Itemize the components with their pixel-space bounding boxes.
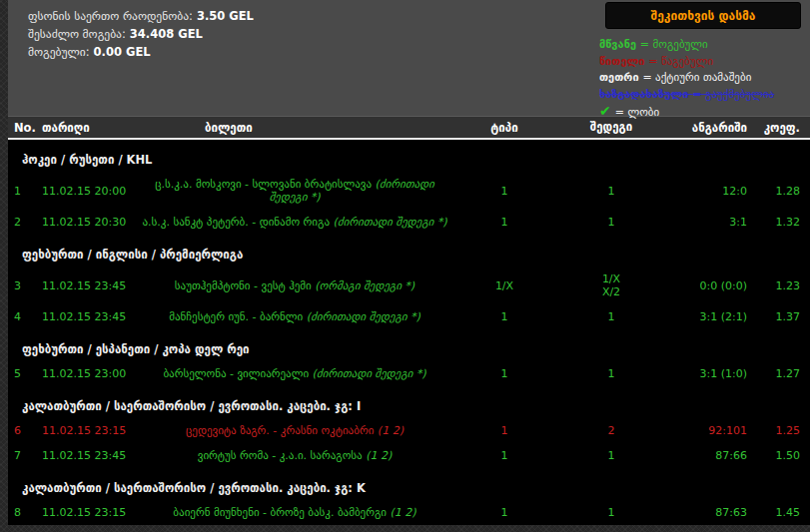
cell-date: 11.02.15 23:45 [42,310,140,323]
cell-row-number: 4 [8,310,42,323]
cell-ticket: ბარსელონა - ვილიარეალი (ძირითადი შედეგი … [140,367,449,380]
col-header-score: ანგარიში [663,121,755,135]
cell-date: 11.02.15 23:15 [42,506,140,519]
cell-coefficient: 1.23 [755,279,810,292]
cell-coefficient: 1.45 [755,506,810,519]
result-line: X/2 [559,285,663,298]
legend: მწვანე = მოგებულიწითელი = წაგებულითეთრი … [597,37,809,122]
cell-coefficient: 1.25 [755,424,810,437]
ticket-match: ც.ს.კ.ა. მოსკოვი - სლოვანი ბრატისლავა [155,178,375,191]
section-title: ჰოკეი / რუსეთი / KHL [8,140,810,172]
cell-type: 1 [449,506,559,519]
cell-row-number: 2 [8,216,42,229]
legend-description: = გაუქმებულია [692,88,774,101]
ticket-bet-note: (ძირითადი შედეგი *) [313,367,426,380]
cell-row-number: 7 [8,449,42,462]
legend-description: = მოგებული [640,38,708,51]
cell-date: 11.02.15 23:45 [42,279,140,292]
ticket-match: ბაიერნ მიუნხენი - ბროზე ბასკ. ბამბერგი [173,506,390,519]
total-stake-value: 3.50 GEL [197,9,254,23]
cell-type: 1 [449,367,559,380]
col-header-coef: კოეფ. [755,121,810,135]
cell-coefficient: 1.27 [755,367,810,380]
legend-term: ხაზგადახაზული [599,88,692,101]
section-title: ფეხბურთი / ინგლისი / პრემიერლიგა [8,235,810,266]
legend-description: = წაგებული [648,55,713,68]
summary-header: ფსონის საერთო რაოდენობა:3.50 GEL შესაძლო… [8,0,810,117]
legend-term: მწვანე [599,38,640,51]
ticket-match: ბარსელონა - ვილიარეალი [163,367,312,380]
check-icon: ✔ [599,103,611,119]
cell-ticket: მანჩესტერ იუნ. - ბარნლი (ძირითადი შედეგი… [140,310,449,323]
cell-date: 11.02.15 20:30 [42,216,140,229]
col-header-date: თარიღი [42,121,140,135]
col-header-no: No. [8,121,42,135]
ticket-bet-note: (ორმაგი შედეგი *) [315,279,414,292]
section-title: ფეხბურთი / ესპანეთი / კოპა დელ რეი [8,329,810,361]
cell-score: 3:1 (2:1) [663,310,755,323]
cell-type: 1 [449,449,559,462]
bets-table: No. თარიღი ბილეთი ტიპი შედეგი ანგარიში კ… [8,117,810,525]
bet-row: 211.02.15 20:30ა.ს.კ. სანკტ პეტერბ. - დი… [8,210,810,235]
cell-ticket: ა.ს.კ. სანკტ პეტერბ. - დინამო რიგა (ძირი… [140,216,449,229]
cell-score: 0:0 (0:0) [663,279,755,292]
ticket-match: ცედევიტა ზაგრ. - კრასნი ოკტიაბრი [186,424,378,437]
cell-coefficient: 1.28 [755,185,810,198]
table-body: ჰოკეი / რუსეთი / KHL111.02.15 20:00ც.ს.კ… [8,140,810,525]
cell-ticket: ცედევიტა ზაგრ. - კრასნი ოკტიაბრი (1 2) [140,424,449,437]
bet-row: 111.02.15 20:00ც.ს.კ.ა. მოსკოვი - სლოვან… [8,172,810,210]
legend-term: თეთრი [599,71,642,84]
cell-row-number: 5 [8,367,42,380]
cell-result: 1 [559,367,663,380]
cell-type: 1/X [449,279,559,292]
ticket-bet-note: (ძირითადი შედეგი *) [307,310,420,323]
cell-date: 11.02.15 20:00 [42,185,140,198]
legend-item: ✔= ლობი [599,103,809,122]
won-amount-label: მოგებული: [28,45,90,59]
cell-row-number: 6 [8,424,42,437]
cell-row-number: 8 [8,506,42,519]
bet-row: 311.02.15 23:45საუთჰემპტონი - ვესტ ჰემი … [8,266,810,304]
cell-result: 1 [559,449,663,462]
bet-row: 411.02.15 23:45მანჩესტერ იუნ. - ბარნლი (… [8,304,810,329]
cell-result: 1 [559,185,663,198]
legend-item: ხაზგადახაზული = გაუქმებულია [599,87,809,104]
won-amount-value: 0.00 GEL [94,45,151,59]
result-line: 1/X [559,272,663,285]
ticket-bet-note: (1 2) [391,506,416,519]
legend-item: წითელი = წაგებული [599,54,809,71]
legend-panel: შეკითხვის დასმა მწვანე = მოგებულიწითელი … [597,0,809,122]
cell-row-number: 1 [8,185,42,198]
cell-ticket: ვირტუს რომა - კ.ა.ი. სარაგოსა (1 2) [140,449,449,462]
section-title: კალათბურთი / საერთაშორისო / ევროთასი. კა… [8,386,810,418]
cell-type: 1 [449,185,559,198]
legend-item: მწვანე = მოგებული [599,37,809,54]
ticket-bet-note: (ძირითადი შედეგი *) [334,216,447,229]
col-header-result: შედეგი [559,121,663,134]
cell-score: 92:101 [663,424,755,437]
cell-result: 1 [559,506,663,519]
cell-type: 1 [449,424,559,437]
cell-date: 11.02.15 23:15 [42,424,140,437]
bet-row: 711.02.15 23:45ვირტუს რომა - კ.ა.ი. სარა… [8,443,810,468]
possible-win-value: 34.408 GEL [130,27,203,41]
cell-score: 87:63 [663,506,755,519]
ask-question-button[interactable]: შეკითხვის დასმა [605,2,801,29]
bet-row: 611.02.15 23:15ცედევიტა ზაგრ. - კრასნი ო… [8,418,810,443]
total-stake-label: ფსონის საერთო რაოდენობა: [28,9,193,23]
ticket-match: ვირტუს რომა - კ.ა.ი. სარაგოსა [198,449,366,462]
cell-result: 1 [559,216,663,229]
cell-type: 1 [449,216,559,229]
ticket-bet-note: (1 2) [366,449,392,462]
col-header-ticket: ბილეთი [140,121,449,135]
col-header-type: ტიპი [449,121,559,135]
page: ფსონის საერთო რაოდენობა:3.50 GEL შესაძლო… [8,0,810,525]
cell-coefficient: 1.50 [755,449,810,462]
legend-term: წითელი [599,55,648,68]
cell-row-number: 3 [8,279,42,292]
cell-ticket: ც.ს.კ.ა. მოსკოვი - სლოვანი ბრატისლავა (ძ… [140,178,449,204]
cell-coefficient: 1.37 [755,310,810,323]
cell-score: 87:66 [663,449,755,462]
legend-description: = აქტიური თამაშები [642,71,751,84]
cell-date: 11.02.15 23:00 [42,367,140,380]
